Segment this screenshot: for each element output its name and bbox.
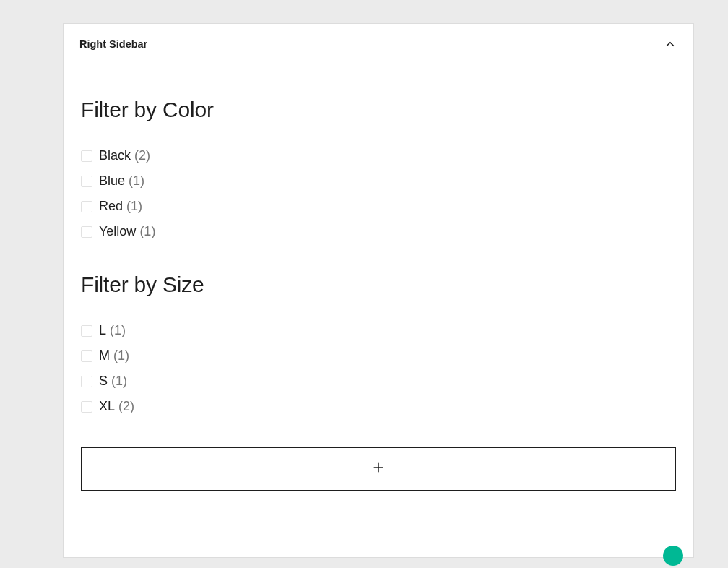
checkbox[interactable]: [81, 150, 92, 162]
list-item[interactable]: XL (2): [81, 399, 676, 414]
filter-label: L: [99, 323, 106, 338]
panel-title: Right Sidebar: [79, 38, 147, 50]
sidebar-panel: Right Sidebar Filter by Color Black (2) …: [63, 23, 694, 558]
checkbox[interactable]: [81, 376, 92, 387]
help-badge[interactable]: [663, 546, 683, 566]
add-block-button[interactable]: [81, 447, 676, 491]
filter-count: (1): [113, 348, 129, 363]
filter-count: (1): [110, 323, 126, 338]
chevron-up-icon: [664, 38, 677, 51]
filter-count: (1): [139, 224, 155, 239]
checkbox[interactable]: [81, 401, 92, 413]
panel-body: Filter by Color Black (2) Blue (1) Red (…: [64, 64, 693, 491]
filter-label: M: [99, 348, 110, 363]
panel-header: Right Sidebar: [64, 24, 693, 64]
checkbox[interactable]: [81, 325, 92, 337]
list-item[interactable]: S (1): [81, 374, 676, 389]
collapse-button[interactable]: [663, 37, 677, 51]
filter-count: (2): [118, 399, 134, 414]
filter-label: Yellow: [99, 224, 136, 239]
filter-label: Black: [99, 148, 131, 163]
list-item[interactable]: Yellow (1): [81, 224, 676, 239]
checkbox[interactable]: [81, 201, 92, 212]
filter-label: XL: [99, 399, 115, 414]
checkbox[interactable]: [81, 176, 92, 187]
plus-icon: [371, 460, 386, 478]
list-item[interactable]: M (1): [81, 348, 676, 363]
list-item[interactable]: L (1): [81, 323, 676, 338]
list-item[interactable]: Black (2): [81, 148, 676, 163]
color-filter-list: Black (2) Blue (1) Red (1) Yellow (1): [81, 148, 676, 239]
filter-by-color-heading: Filter by Color: [81, 98, 676, 122]
checkbox[interactable]: [81, 226, 92, 238]
filter-count: (2): [134, 148, 150, 163]
filter-label: Red: [99, 199, 123, 214]
filter-label: Blue: [99, 173, 125, 189]
filter-count: (1): [129, 173, 144, 189]
list-item[interactable]: Blue (1): [81, 173, 676, 189]
size-filter-list: L (1) M (1) S (1) XL (2): [81, 323, 676, 414]
list-item[interactable]: Red (1): [81, 199, 676, 214]
filter-count: (1): [126, 199, 142, 214]
filter-by-size-heading: Filter by Size: [81, 272, 676, 297]
filter-label: S: [99, 374, 108, 389]
filter-count: (1): [111, 374, 127, 389]
checkbox[interactable]: [81, 350, 92, 362]
